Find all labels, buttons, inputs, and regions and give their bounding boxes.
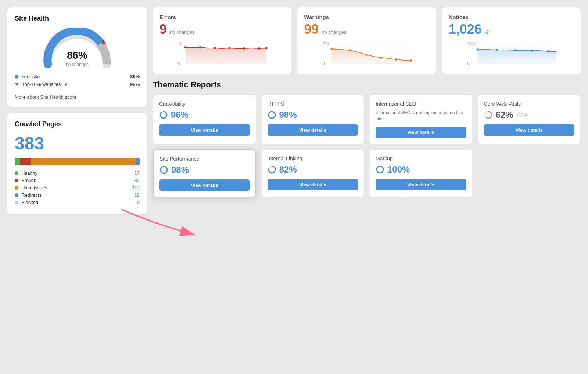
your-site-value: 86% [130,74,140,79]
svg-point-10 [258,47,260,50]
crawlability-card: Crawlability 96% View details [153,95,256,144]
notices-title: Notices [449,14,574,20]
svg-point-33 [160,112,167,118]
warnings-change: no changes [322,29,346,35]
cwv-view-details-button[interactable]: View details [484,124,575,136]
broken-label: Broken [21,178,36,183]
crawlability-score: 96% [171,110,189,120]
markup-donut-icon [376,165,384,174]
gauge-label: 86% no changes [66,50,89,67]
issues-legend: Have issues 313 [15,185,140,190]
your-site-dot [15,75,18,79]
svg-text:0: 0 [178,61,180,65]
issues-label: Have issues [21,185,47,190]
svg-text:200: 200 [323,42,329,46]
svg-text:0: 0 [467,61,469,65]
blocked-label: Blocked [21,200,38,205]
errors-value: 9 [159,22,167,37]
intl-seo-desc: International SEO is not implemented on … [376,110,466,122]
right-column: Errors 9 no changes 10 0 [153,7,581,214]
svg-point-29 [530,50,533,52]
gauge-percent: 86% [66,50,89,61]
left-column: Site Health 86% no changes [7,7,147,214]
site-health-card: Site Health 86% no changes [7,7,147,107]
svg-point-20 [395,58,397,61]
site-performance-name: Site Performance [159,156,250,162]
internal-linking-view-details-button[interactable]: View details [268,179,358,190]
empty-card [478,149,581,197]
your-site-label: Your site [21,74,40,79]
svg-text:10: 10 [178,42,183,46]
healthy-count: 17 [135,170,140,176]
crawlability-view-details-button[interactable]: View details [159,124,250,136]
site-perf-donut-icon [159,166,168,174]
svg-point-17 [349,49,351,51]
svg-point-27 [495,49,498,51]
thematic-reports-section: Thematic Reports Crawlability 96% View d… [153,80,581,197]
redirects-dot [15,193,18,197]
healthy-dot [15,171,18,175]
svg-point-9 [243,47,245,50]
svg-text:0: 0 [323,61,325,65]
crawled-pages-total: 383 [15,133,140,153]
broken-count: 35 [135,178,140,183]
markup-name: Markup [376,156,466,161]
site-performance-score: 98% [171,165,189,175]
reports-row1: Crawlability 96% View details HTTPS [153,95,581,144]
top-sites-dropdown-icon[interactable]: ▼ [64,82,68,87]
redirects-label: Redirects [21,192,42,198]
intl-seo-view-details-button[interactable]: View details [376,127,466,138]
metrics-row: Errors 9 no changes 10 0 [153,7,581,74]
site-performance-card: Site Performance 98% View details [153,149,256,197]
dashboard: Site Health 86% no changes [7,7,581,214]
intl-seo-card: International SEO International SEO is n… [369,95,473,144]
healthy-label: Healthy [21,170,37,176]
internal-linking-score: 82% [279,164,297,175]
svg-point-30 [547,50,549,52]
redirects-bar [136,158,140,165]
notices-chart: 2000 0 [449,41,574,66]
reports-row2: Site Performance 98% View details Intern… [153,149,581,197]
svg-point-16 [331,48,333,50]
warnings-value: 99 [304,22,319,37]
https-name: HTTPS [268,101,358,107]
warnings-chart: 200 0 [304,41,429,66]
https-score: 98% [279,110,297,120]
svg-point-11 [265,47,268,49]
more-about-site-health-link[interactable]: More about Site Health score [15,94,76,100]
errors-chart: 10 0 [159,41,285,66]
blocked-legend: Blocked 0 [15,200,140,205]
svg-point-6 [199,46,201,48]
healthy-legend: Healthy 17 [15,170,140,176]
svg-point-31 [554,51,556,53]
top-sites-triangle [15,83,19,86]
internal-linking-donut-icon [268,165,276,174]
svg-point-21 [410,59,412,62]
blocked-count: 0 [137,200,140,205]
markup-card: Markup 100% View details [369,149,473,197]
svg-point-18 [366,54,368,56]
notices-card: Notices 1,026 -2 2000 0 [442,7,581,74]
https-card: HTTPS 98% View details [261,95,365,144]
broken-dot [15,179,18,182]
svg-point-43 [377,166,383,173]
core-web-vitals-name: Core Web Vitals [484,101,575,107]
notices-value: 1,026 [449,22,482,37]
errors-change: no changes [170,29,194,35]
crawled-pages-card: Crawled Pages 383 Healthy 17 Broken [7,113,147,214]
markup-view-details-button[interactable]: View details [376,179,466,190]
svg-point-26 [476,48,478,51]
cwv-change: +12% [516,112,528,117]
top-sites-legend: Top-10% websites ▼ 92% [15,81,140,87]
https-view-details-button[interactable]: View details [268,124,358,136]
core-web-vitals-card: Core Web Vitals 62% +12% View details [478,95,581,144]
svg-text:2000: 2000 [467,42,476,46]
crawled-pages-bar [15,158,140,165]
crawlability-name: Crawlability [159,101,250,107]
svg-point-19 [380,57,383,59]
cwv-donut-icon [484,110,493,119]
site-performance-view-details-button[interactable]: View details [159,179,250,191]
healthy-bar [15,158,20,165]
top-sites-value: 92% [130,81,140,87]
svg-point-35 [269,112,275,118]
